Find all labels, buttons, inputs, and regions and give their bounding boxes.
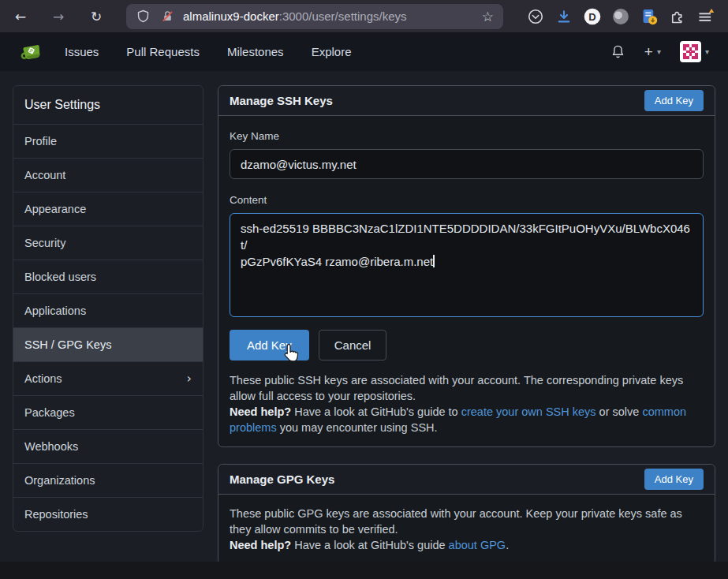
sidebar-item-webhooks[interactable]: Webhooks bbox=[13, 429, 203, 463]
content-label: Content bbox=[230, 194, 704, 206]
sidebar-item-organizations[interactable]: Organizations bbox=[13, 463, 203, 497]
browser-toolbar: ← → ↻ almalinux9-docker:3000/user/settin… bbox=[0, 0, 728, 32]
sidebar-item-account[interactable]: Account bbox=[13, 158, 203, 192]
ssh-panel-header: Manage SSH Keys Add Key bbox=[218, 86, 715, 116]
sidebar-item-appearance[interactable]: Appearance bbox=[13, 192, 203, 226]
gpg-panel-body: These public GPG keys are associated wit… bbox=[218, 495, 715, 564]
back-button[interactable]: ← bbox=[8, 4, 33, 29]
sidebar-item-profile[interactable]: Profile bbox=[13, 124, 203, 158]
sidebar-title: User Settings bbox=[13, 86, 203, 124]
nav-link-pull-requests[interactable]: Pull Requests bbox=[126, 45, 200, 58]
menu-hamburger-icon[interactable] bbox=[697, 8, 715, 25]
url-bar[interactable]: almalinux9-docker:3000/user/settings/key… bbox=[126, 4, 503, 29]
need-help-label: Need help? bbox=[230, 405, 291, 418]
shield-icon[interactable] bbox=[134, 8, 151, 25]
url-text: almalinux9-docker:3000/user/settings/key… bbox=[183, 9, 473, 23]
ssh-add-key-toggle-button[interactable]: Add Key bbox=[644, 90, 704, 111]
add-key-submit-button[interactable]: Add Key bbox=[230, 330, 309, 360]
duckduckgo-extension-icon[interactable]: D bbox=[584, 8, 601, 25]
download-icon[interactable] bbox=[555, 8, 573, 25]
settings-page: User Settings Profile Account Appearance… bbox=[0, 71, 728, 562]
ssh-panel-body: Key Name Content ssh-ed25519 BBBBC3NzaC1… bbox=[218, 116, 715, 446]
content-textarea[interactable]: ssh-ed25519 BBBBC3NzaC1lZDI1NTE5DDDDIDAN… bbox=[230, 213, 704, 317]
ssh-panel-title: Manage SSH Keys bbox=[230, 94, 333, 107]
bookmark-star-icon[interactable]: ☆ bbox=[480, 9, 495, 24]
sidebar-item-ssh-gpg-keys[interactable]: SSH / GPG Keys bbox=[13, 327, 203, 361]
create-ssh-keys-link[interactable]: create your own SSH keys bbox=[461, 405, 596, 418]
insecure-lock-icon[interactable] bbox=[159, 8, 176, 25]
ssh-key-line2: pGzPv6fKYaS4 rzamo@ribera.m.net bbox=[241, 255, 433, 268]
reload-button[interactable]: ↻ bbox=[84, 4, 109, 29]
gpg-panel-header: Manage GPG Keys Add Key bbox=[218, 465, 715, 495]
avatar bbox=[680, 41, 701, 62]
manage-gpg-keys-panel: Manage GPG Keys Add Key These public GPG… bbox=[218, 464, 715, 565]
page-footer bbox=[0, 562, 728, 579]
url-path: :3000/user/settings/keys bbox=[279, 9, 407, 23]
sidebar-item-security[interactable]: Security bbox=[13, 226, 203, 260]
nav-link-milestones[interactable]: Milestones bbox=[227, 45, 284, 58]
ssh-help-text: These public SSH keys are associated wit… bbox=[230, 372, 704, 435]
plus-icon: + bbox=[644, 43, 653, 61]
toolbar-extension-icons: D bbox=[527, 8, 715, 25]
text-caret bbox=[433, 255, 435, 267]
gitea-logo-icon[interactable] bbox=[19, 40, 44, 64]
sidebar-item-packages[interactable]: Packages bbox=[13, 395, 203, 429]
notifications-button[interactable] bbox=[610, 44, 625, 59]
sidebar-item-applications[interactable]: Applications bbox=[13, 293, 203, 327]
key-name-input[interactable] bbox=[230, 149, 704, 179]
settings-sidebar: User Settings Profile Account Appearance… bbox=[13, 85, 203, 532]
need-help-label: Need help? bbox=[230, 539, 291, 551]
sidebar-item-actions[interactable]: Actions› bbox=[13, 361, 203, 395]
nav-link-explore[interactable]: Explore bbox=[312, 45, 352, 58]
url-host: almalinux9-docker bbox=[183, 9, 279, 23]
chevron-down-icon: ▾ bbox=[705, 47, 709, 56]
gpg-add-key-toggle-button[interactable]: Add Key bbox=[644, 469, 704, 490]
gpg-panel-title: Manage GPG Keys bbox=[230, 473, 334, 486]
key-name-label: Key Name bbox=[230, 130, 704, 142]
sidebar-item-blocked-users[interactable]: Blocked users bbox=[13, 260, 203, 293]
chevron-down-icon: ▾ bbox=[657, 47, 661, 56]
ssh-key-line1: ssh-ed25519 BBBBC3NzaC1lZDI1NTE5DDDDIDAN… bbox=[241, 222, 690, 252]
gpg-help-text: These public GPG keys are associated wit… bbox=[230, 506, 704, 553]
pocket-icon[interactable] bbox=[527, 8, 544, 25]
svg-text:D: D bbox=[588, 10, 595, 22]
about-gpg-link[interactable]: about GPG bbox=[449, 539, 506, 551]
user-menu-button[interactable]: ▾ bbox=[680, 41, 709, 62]
translate-extension-icon[interactable] bbox=[640, 8, 658, 25]
forward-button[interactable]: → bbox=[46, 4, 71, 29]
bell-icon bbox=[610, 44, 625, 59]
create-new-button[interactable]: + ▾ bbox=[644, 43, 661, 61]
settings-main: Manage SSH Keys Add Key Key Name Content… bbox=[218, 85, 715, 562]
extensions-puzzle-icon[interactable] bbox=[669, 8, 686, 25]
cancel-button[interactable]: Cancel bbox=[319, 330, 387, 360]
nav-link-issues[interactable]: Issues bbox=[65, 45, 99, 58]
gitea-navbar: Issues Pull Requests Milestones Explore … bbox=[0, 32, 728, 71]
sidebar-item-repositories[interactable]: Repositories bbox=[13, 497, 203, 531]
disabled-extension-icon[interactable] bbox=[612, 8, 629, 25]
chevron-right-icon: › bbox=[187, 372, 192, 385]
manage-ssh-keys-panel: Manage SSH Keys Add Key Key Name Content… bbox=[218, 85, 715, 447]
